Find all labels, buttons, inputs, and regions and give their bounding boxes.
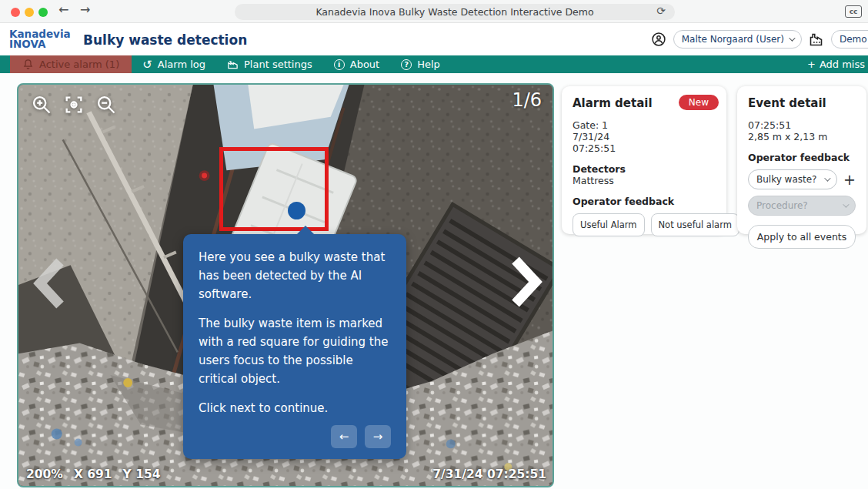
browser-forward-button[interactable]: → (80, 2, 90, 17)
browser-back-button[interactable]: ← (58, 2, 68, 17)
tour-tooltip: Here you see a bulky waste that has been… (183, 234, 406, 459)
address-bar[interactable]: Kanadevia Inova Bulky Waste Detection In… (235, 4, 675, 20)
tab-title: Kanadevia Inova Bulky Waste Detection In… (315, 6, 593, 18)
browser-chrome: ← → Kanadevia Inova Bulky Waste Detectio… (0, 0, 868, 23)
cursor-y: Y 154 (123, 467, 161, 481)
chevron-down-icon (789, 35, 795, 41)
cursor-x: X 691 (74, 467, 112, 481)
tooltip-text: Here you see a bulky waste that has been… (199, 248, 391, 303)
extension-cc-icon[interactable]: cc (845, 5, 862, 18)
viewer-status: 200% X 691 Y 154 (26, 467, 161, 481)
detection-marker-dot (288, 202, 305, 219)
nav-plant-settings[interactable]: Plant settings (216, 55, 323, 73)
plus-icon: + (807, 59, 816, 70)
image-counter: 1/6 (512, 89, 542, 111)
focus-center-button[interactable] (63, 94, 85, 116)
main-nav: Active alarm (1) ↺ Alarm log Plant setti… (0, 55, 868, 73)
app-header: Kanadevia INOVA Bulky waste detection Ma… (0, 23, 868, 55)
nav-active-alarm[interactable]: Active alarm (1) (10, 55, 132, 73)
logo: Kanadevia INOVA (9, 29, 71, 49)
close-window-button[interactable] (11, 8, 20, 17)
factory-icon (227, 59, 239, 70)
question-icon: ? (401, 59, 412, 70)
nav-alarm-log[interactable]: ↺ Alarm log (132, 55, 216, 73)
nav-add-missed-alarm[interactable]: + Add miss (807, 55, 866, 73)
alarm-detail-card: Alarm detail New Gate: 1 7/31/24 07:25:5… (562, 86, 726, 234)
history-icon: ↺ (142, 59, 152, 70)
add-feedback-button[interactable]: + (843, 173, 856, 186)
tour-next-button[interactable]: → (365, 425, 391, 448)
alarm-date: 7/31/24 (573, 131, 716, 142)
chevron-down-icon (824, 175, 830, 181)
alarm-time: 07:25:51 (573, 142, 716, 154)
minimize-window-button[interactable] (25, 8, 34, 17)
zoom-out-button[interactable] (95, 94, 117, 116)
user-icon (650, 31, 667, 48)
event-detail-card: Event detail 07:25:51 2,85 m x 2,13 m Op… (737, 86, 866, 234)
operator-feedback-label: Operator feedback (748, 152, 856, 163)
info-icon: i (334, 59, 345, 70)
app-window: ← → Kanadevia Inova Bulky Waste Detectio… (0, 0, 868, 489)
detector-value: Mattress (573, 175, 716, 186)
useful-alarm-button[interactable]: Useful Alarm (573, 213, 645, 236)
tour-prev-button[interactable]: ← (331, 425, 357, 448)
procedure-select: Procedure? (748, 196, 856, 216)
event-detail-title: Event detail (748, 96, 856, 110)
chevron-down-icon (843, 201, 849, 207)
reload-icon[interactable]: ⟳ (656, 5, 666, 17)
nav-help[interactable]: ? Help (390, 55, 451, 73)
user-menu[interactable]: Malte Norgaard (User) (673, 30, 802, 49)
apply-to-all-events-button[interactable]: Apply to all events (748, 225, 856, 249)
tooltip-text: Click next to continue. (199, 399, 391, 417)
zoom-level: 200% (26, 467, 63, 481)
operator-feedback-label: Operator feedback (573, 196, 716, 207)
plant-icon (808, 31, 825, 48)
not-useful-alarm-button[interactable]: Not useful alarm (651, 213, 739, 236)
zoom-window-button[interactable] (38, 8, 48, 17)
event-size: 2,85 m x 2,13 m (748, 131, 856, 142)
event-time: 07:25:51 (748, 119, 856, 131)
detectors-label: Detectors (573, 163, 716, 175)
new-badge: New (679, 95, 719, 110)
previous-image-button[interactable] (29, 256, 69, 311)
nav-about[interactable]: i About (323, 55, 390, 73)
bell-icon (22, 59, 34, 70)
bulky-waste-select[interactable]: Bulky waste? (748, 169, 837, 189)
camera-viewer[interactable]: 1/6 Here you see a bulky waste that has … (17, 83, 554, 487)
frame-timestamp: 7/31/24 07:25:51 (432, 467, 546, 481)
detection-box (219, 147, 329, 231)
tooltip-text: The bulky waste item is marked with a re… (199, 314, 391, 388)
plant-menu[interactable]: Demo Pl (831, 30, 868, 49)
zoom-in-button[interactable] (31, 94, 52, 116)
next-image-button[interactable] (506, 254, 546, 310)
alarm-gate: Gate: 1 (573, 119, 716, 131)
page-title: Bulky waste detection (83, 32, 247, 48)
